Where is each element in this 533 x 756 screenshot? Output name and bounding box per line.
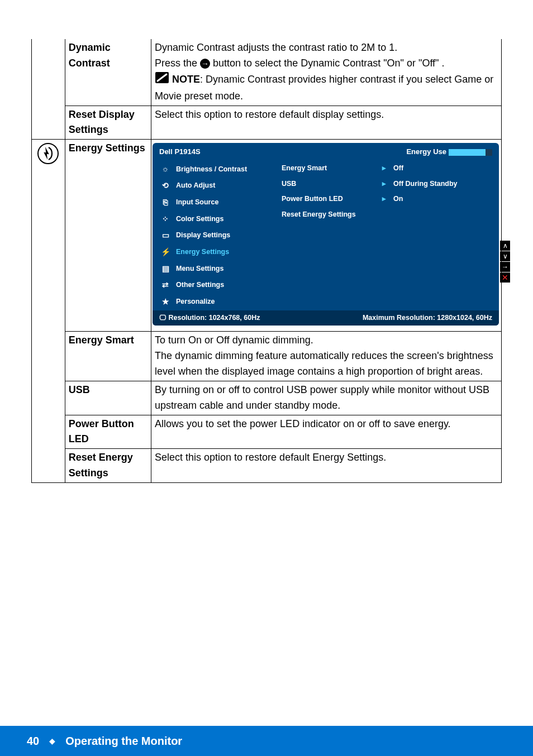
setting-name-energy-smart: Energy Smart — [65, 332, 151, 381]
osd-opt-power-button-led[interactable]: Power Button LED▸On — [278, 192, 493, 207]
setting-desc-energy-smart: To turn On or Off dynamic dimming. The d… — [151, 332, 502, 381]
chevron-right-icon: ▸ — [382, 179, 393, 189]
brightness-icon: ☼ — [160, 163, 170, 175]
setting-desc-dynamic-contrast: Dynamic Contrast adjusts the contrast ra… — [151, 39, 502, 106]
table-row: Energy Smart To turn On or Off dynamic d… — [32, 332, 502, 381]
energy-use-bar — [449, 149, 492, 156]
chevron-right-icon: ▸ — [382, 163, 393, 174]
osd-item-display-settings[interactable]: ▭Display Settings — [153, 227, 278, 244]
table-row: Reset Display Settings Select this optio… — [32, 106, 502, 140]
osd-title: Dell P1914S — [159, 146, 201, 157]
osd-energy-indicator: Energy Use — [406, 146, 492, 157]
setting-desc-usb: By turning on or off to control USB powe… — [151, 381, 502, 415]
menu-settings-icon: ▤ — [160, 263, 170, 275]
setting-desc-reset-energy: Select this option to restore default En… — [151, 449, 502, 483]
osd-item-other-settings[interactable]: ⇄Other Settings — [153, 277, 278, 294]
osd-item-menu-settings[interactable]: ▤Menu Settings — [153, 261, 278, 277]
osd-body: ☼Brightness / Contrast ⟲Auto Adjust ⎘Inp… — [153, 161, 499, 310]
osd-max-resolution: Maximum Resolution: 1280x1024, 60Hz — [363, 313, 492, 323]
osd-item-brightness[interactable]: ☼Brightness / Contrast — [153, 161, 278, 178]
osd-item-auto-adjust[interactable]: ⟲Auto Adjust — [153, 178, 278, 194]
personalize-icon: ★ — [160, 296, 170, 308]
select-button-icon: → — [200, 59, 210, 69]
auto-adjust-icon: ⟲ — [160, 180, 170, 192]
page-footer: 40 ◆ Operating the Monitor — [0, 726, 533, 756]
osd-item-personalize[interactable]: ★Personalize — [153, 294, 278, 310]
category-icon-cell — [32, 140, 65, 483]
osd-opt-energy-smart[interactable]: Energy Smart▸Off — [278, 161, 493, 176]
footer-diamond-icon: ◆ — [49, 736, 55, 745]
other-settings-icon: ⇄ — [160, 279, 170, 291]
osd-down-button[interactable]: ∨ — [500, 251, 510, 261]
section-title: Operating the Monitor — [65, 735, 182, 748]
note-label: NOTE — [172, 74, 200, 85]
setting-name-power-button-led: Power Button LED — [65, 415, 151, 449]
osd-footer: 🖵 Resolution: 1024x768, 60Hz Maximum Res… — [153, 310, 499, 326]
setting-name-reset-energy: Reset Energy Settings — [65, 449, 151, 483]
settings-table: Dynamic Contrast Dynamic Contrast adjust… — [31, 39, 502, 483]
osd-opt-reset-energy[interactable]: Reset Energy Settings — [278, 207, 493, 222]
osd-opt-usb[interactable]: USB▸Off During Standby — [278, 176, 493, 192]
dynamic-contrast-note: NOTE: Dynamic Contrast provides higher c… — [155, 71, 498, 104]
dynamic-contrast-press: Press the → button to select the Dynamic… — [155, 56, 498, 71]
input-source-icon: ⎘ — [160, 197, 170, 209]
page-content: Dynamic Contrast Dynamic Contrast adjust… — [0, 0, 533, 483]
table-row: USB By turning on or off to control USB … — [32, 381, 502, 415]
setting-name-dynamic-contrast: Dynamic Contrast — [65, 39, 151, 106]
chevron-right-icon: ▸ — [382, 194, 393, 204]
setting-name-usb: USB — [65, 381, 151, 415]
table-row: Dynamic Contrast Dynamic Contrast adjust… — [32, 39, 502, 106]
table-row: Reset Energy Settings Select this option… — [32, 449, 502, 483]
osd-enter-button[interactable]: → — [500, 262, 510, 272]
table-row: Energy Settings Dell P1914S Energy Use ☼… — [32, 140, 502, 332]
table-row: Power Button LED Allows you to set the p… — [32, 415, 502, 449]
note-body: : Dynamic Contrast provides higher contr… — [155, 74, 493, 102]
setting-desc-power-button-led: Allows you to set the power LED indicato… — [151, 415, 502, 449]
osd-close-button[interactable]: ✕ — [500, 272, 510, 283]
osd-item-input-source[interactable]: ⎘Input Source — [153, 194, 278, 211]
osd-item-energy-settings[interactable]: ⚡Energy Settings — [153, 244, 278, 261]
osd-up-button[interactable]: ∧ — [500, 241, 510, 251]
note-icon — [155, 71, 169, 89]
osd-item-color-settings[interactable]: ⁘Color Settings — [153, 211, 278, 228]
osd-header: Dell P1914S Energy Use — [153, 143, 499, 161]
color-settings-icon: ⁘ — [160, 213, 170, 226]
osd-left-column: ☼Brightness / Contrast ⟲Auto Adjust ⎘Inp… — [153, 161, 278, 310]
osd-right-column: Energy Smart▸Off USB▸Off During Standby … — [278, 161, 499, 310]
dynamic-contrast-line1: Dynamic Contrast adjusts the contrast ra… — [155, 40, 498, 56]
osd-menu: Dell P1914S Energy Use ☼Brightness / Con… — [153, 143, 499, 326]
energy-settings-icon: ⚡ — [160, 246, 170, 259]
energy-category-icon — [37, 155, 59, 166]
icon-cell-empty — [32, 39, 65, 140]
setting-name-energy-settings: Energy Settings — [65, 140, 151, 332]
osd-resolution: Resolution: 1024x768, 60Hz — [168, 314, 260, 322]
setting-desc-reset-display: Select this option to restore default di… — [151, 106, 502, 140]
setting-desc-energy-settings: Dell P1914S Energy Use ☼Brightness / Con… — [151, 140, 502, 332]
osd-side-buttons: ∧ ∨ → ✕ — [500, 241, 510, 283]
setting-name-reset-display: Reset Display Settings — [65, 106, 151, 140]
page-number: 40 — [27, 735, 39, 748]
display-settings-icon: ▭ — [160, 229, 170, 242]
